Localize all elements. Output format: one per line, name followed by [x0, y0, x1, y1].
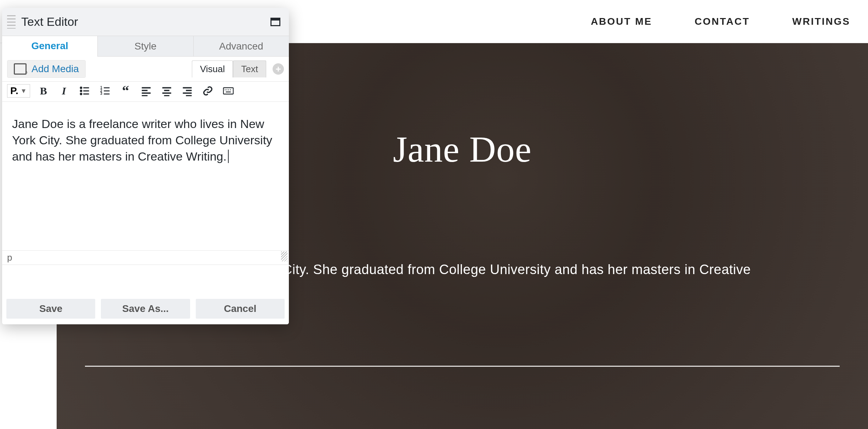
add-media-label: Add Media — [32, 63, 79, 75]
save-button[interactable]: Save — [6, 299, 95, 319]
tab-style[interactable]: Style — [97, 36, 193, 57]
paragraph-format-label: P. — [10, 85, 18, 97]
panel-tabs: General Style Advanced — [2, 36, 289, 57]
tab-advanced[interactable]: Advanced — [193, 36, 289, 57]
keyboard-toggle-button[interactable] — [221, 84, 235, 98]
svg-text:3: 3 — [100, 92, 102, 95]
nav-about-me[interactable]: ABOUT ME — [591, 16, 652, 27]
editor-text: Jane Doe is a freelance writer who lives… — [12, 117, 272, 163]
svg-rect-24 — [223, 88, 233, 94]
blockquote-button[interactable]: “ — [119, 84, 133, 98]
svg-point-4 — [80, 93, 82, 95]
panel-header: Text Editor — [2, 8, 289, 36]
action-row: Save Save As... Cancel — [2, 294, 289, 324]
bold-button[interactable]: B — [36, 84, 51, 98]
align-left-button[interactable] — [139, 84, 153, 98]
svg-point-0 — [80, 87, 82, 88]
plus-icon[interactable]: + — [273, 63, 284, 75]
resize-handle-icon[interactable] — [281, 251, 287, 261]
editor-toolbar: P. ▼ B I 123 “ — [2, 81, 289, 102]
italic-button[interactable]: I — [57, 84, 71, 98]
link-button[interactable] — [201, 84, 215, 98]
add-media-button[interactable]: Add Media — [7, 60, 86, 78]
unordered-list-button[interactable] — [78, 84, 92, 98]
mode-tab-visual[interactable]: Visual — [192, 60, 233, 77]
align-right-button[interactable] — [180, 84, 194, 98]
nav-contact[interactable]: CONTACT — [695, 16, 750, 27]
nav-writings[interactable]: WRITINGS — [792, 16, 850, 27]
tab-general[interactable]: General — [2, 36, 97, 57]
maximize-icon[interactable] — [270, 18, 280, 26]
hero-divider — [85, 366, 840, 367]
element-path[interactable]: p — [7, 252, 12, 263]
media-icon — [14, 63, 27, 75]
text-editor-panel: Text Editor General Style Advanced Add M… — [2, 8, 289, 324]
save-as-button[interactable]: Save As... — [101, 299, 190, 319]
drag-handle-icon[interactable] — [7, 15, 16, 29]
cancel-button[interactable]: Cancel — [196, 299, 285, 319]
media-row: Add Media Visual Text + — [2, 57, 289, 81]
hero-heading: Jane Doe — [393, 128, 532, 170]
editor-mode-tabs: Visual Text — [192, 60, 266, 77]
caret-down-icon: ▼ — [21, 87, 27, 95]
editor-content-area[interactable]: Jane Doe is a freelance writer who lives… — [2, 102, 289, 250]
paragraph-format-select[interactable]: P. ▼ — [7, 84, 30, 98]
ordered-list-button[interactable]: 123 — [98, 84, 112, 98]
element-path-bar: p — [2, 250, 289, 265]
svg-point-2 — [80, 90, 82, 92]
text-cursor — [228, 150, 229, 163]
panel-title: Text Editor — [21, 15, 78, 29]
align-center-button[interactable] — [160, 84, 174, 98]
mode-tab-text[interactable]: Text — [233, 60, 266, 77]
